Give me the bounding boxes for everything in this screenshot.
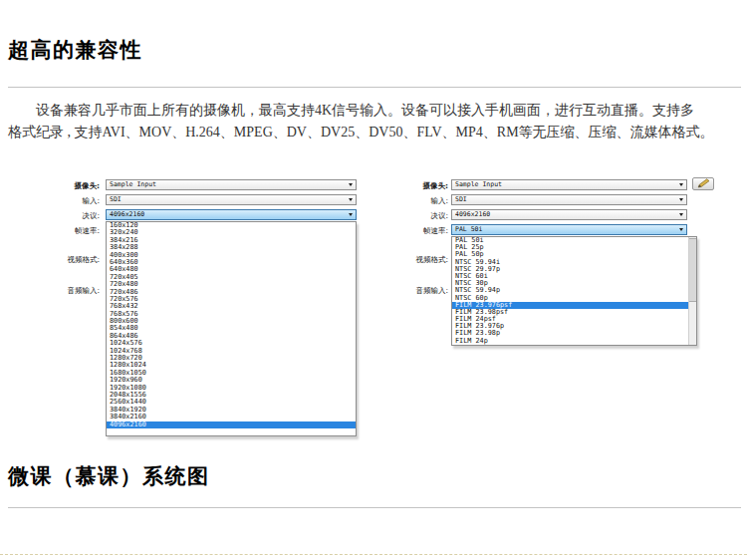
resolution-option[interactable]: 768x576: [107, 311, 356, 318]
resolution-option[interactable]: 400x300: [107, 252, 356, 259]
chevron-down-icon: [349, 213, 353, 216]
input-label: 输入:: [378, 196, 448, 205]
resolution-option[interactable]: 384x288: [107, 244, 356, 251]
resolution-label: 决议:: [378, 211, 448, 220]
chevron-down-icon: [679, 198, 683, 201]
resolution-option[interactable]: 864x486: [107, 333, 356, 340]
resolution-option[interactable]: 800x600: [107, 318, 356, 325]
resolution-option[interactable]: 640x360: [107, 259, 356, 266]
scrollbar-thumb[interactable]: [689, 238, 696, 302]
resolution-option[interactable]: 720x576: [107, 296, 356, 303]
resolution-select-value: 4096x2160: [110, 210, 144, 218]
section-title-system-diagram: 微课（慕课）系统图: [8, 462, 210, 490]
resolution-option[interactable]: 4096x2160: [107, 421, 356, 428]
resolution-label: 决议:: [30, 211, 100, 220]
divider-bottom: [8, 507, 741, 508]
framerate-dropdown-list: PAL 50iPAL 25pPAL 50pNTSC 59.94iNTSC 29.…: [451, 236, 697, 346]
divider-top: [8, 87, 741, 88]
page-bottom-dashed-border: [0, 554, 747, 555]
framerate-select-value: PAL 50i: [455, 225, 482, 233]
resolution-option[interactable]: 160x120: [107, 222, 356, 229]
camera-select-value: Sample Input: [110, 180, 156, 188]
framerate-option[interactable]: PAL 25p: [452, 244, 689, 251]
section-title-compatibility: 超高的兼容性: [8, 36, 142, 64]
resolution-dropdown-list: 160x120320x240384x216384x288400x300640x3…: [106, 221, 357, 436]
framerate-option[interactable]: PAL 50i: [452, 237, 689, 244]
chevron-down-icon: [349, 198, 353, 201]
input-select[interactable]: SDI: [106, 194, 357, 205]
edit-camera-button[interactable]: [692, 177, 714, 190]
resolution-option[interactable]: 768x432: [107, 303, 356, 310]
input-select[interactable]: SDI: [451, 194, 687, 205]
audioinput-label: 音频输入:: [378, 286, 448, 295]
camera-select[interactable]: Sample Input: [451, 179, 687, 190]
chevron-down-icon: [349, 183, 353, 186]
chevron-down-icon: [679, 228, 683, 231]
resolution-select[interactable]: 4096x2160: [451, 209, 687, 220]
framerate-option[interactable]: FILM 24p: [452, 338, 689, 345]
input-select-value: SDI: [110, 195, 122, 203]
intro-line: 设备兼容几乎市面上所有的摄像机，最高支持4K信号输入。设备可以接入手机画面，进行…: [8, 100, 743, 122]
resolution-option[interactable]: 854x480: [107, 325, 356, 332]
resolution-option[interactable]: 1024x576: [107, 340, 356, 347]
camera-label: 摄像头:: [30, 181, 100, 190]
resolution-option[interactable]: 320x240: [107, 229, 356, 236]
scrollbar[interactable]: [688, 237, 696, 345]
input-label: 输入:: [30, 196, 100, 205]
page: 超高的兼容性 设备兼容几乎市面上所有的摄像机，最高支持4K信号输入。设备可以接入…: [0, 0, 747, 560]
resolution-option[interactable]: 640x480: [107, 266, 356, 273]
resolution-option[interactable]: 384x216: [107, 237, 356, 244]
resolution-option[interactable]: 720x405: [107, 274, 356, 281]
resolution-select[interactable]: 4096x2160: [106, 209, 357, 220]
audioinput-label: 音频输入:: [30, 286, 100, 295]
intro-line: 格式纪录 , 支持AVI、MOV、H.264、MPEG、DV、DV25、DV50…: [8, 122, 743, 143]
framerate-label: 帧速率:: [30, 226, 100, 235]
camera-label: 摄像头:: [378, 181, 448, 190]
input-select-value: SDI: [455, 195, 467, 203]
chevron-down-icon: [679, 183, 683, 186]
resolution-option[interactable]: 1680x1050: [107, 370, 356, 377]
framerate-label: 帧速率:: [378, 226, 448, 235]
pencil-icon: [697, 176, 710, 191]
camera-select-value: Sample Input: [455, 180, 502, 188]
resolution-option[interactable]: 720x486: [107, 289, 356, 296]
resolution-option[interactable]: 720x480: [107, 281, 356, 288]
intro-paragraph: 设备兼容几乎市面上所有的摄像机，最高支持4K信号输入。设备可以接入手机画面，进行…: [8, 100, 743, 143]
camera-select[interactable]: Sample Input: [106, 179, 357, 190]
resolution-select-value: 4096x2160: [455, 210, 490, 218]
videoformat-label: 视频格式:: [378, 255, 448, 264]
framerate-select[interactable]: PAL 50i: [451, 224, 687, 235]
videoformat-label: 视频格式:: [30, 255, 100, 264]
resolution-option[interactable]: 1024x768: [107, 348, 356, 355]
chevron-down-icon: [679, 213, 683, 216]
